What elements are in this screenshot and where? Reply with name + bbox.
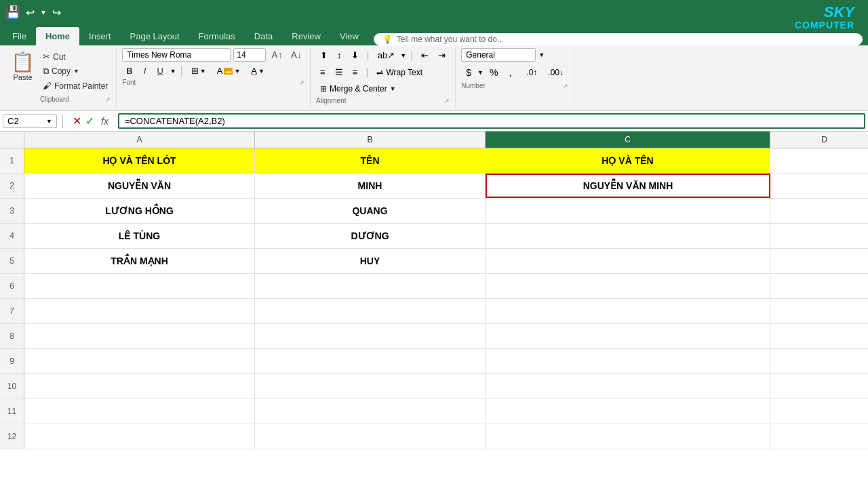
merge-dropdown-icon[interactable]: ▼ bbox=[390, 85, 396, 92]
cell-a10[interactable] bbox=[24, 374, 255, 399]
text-angle-dropdown-icon[interactable]: ▼ bbox=[400, 52, 406, 59]
undo-icon[interactable]: ↩ bbox=[26, 6, 35, 19]
cell-d6[interactable] bbox=[770, 274, 868, 298]
cell-a2[interactable]: NGUYỄN VĂN bbox=[24, 174, 255, 198]
row-num-6[interactable]: 6 bbox=[0, 274, 24, 298]
copy-dropdown-icon[interactable]: ▼ bbox=[73, 68, 79, 75]
font-size-increase-button[interactable]: A↑ bbox=[269, 48, 285, 62]
cell-b8[interactable] bbox=[255, 324, 486, 348]
row-num-7[interactable]: 7 bbox=[0, 299, 24, 323]
cell-b12[interactable] bbox=[255, 424, 486, 449]
bold-button[interactable]: B bbox=[122, 64, 136, 77]
undo-dropdown-icon[interactable]: ▼ bbox=[40, 9, 47, 16]
cell-a5[interactable]: TRẦN MẠNH bbox=[24, 249, 255, 273]
dollar-button[interactable]: $ bbox=[461, 64, 476, 81]
row-num-12[interactable]: 12 bbox=[0, 424, 24, 449]
save-icon[interactable]: 💾 bbox=[5, 5, 20, 20]
cell-a12[interactable] bbox=[24, 424, 255, 449]
cell-c2[interactable]: NGUYỄN VĂN MINH bbox=[486, 174, 770, 198]
cell-d1[interactable] bbox=[770, 148, 868, 173]
cell-b11[interactable] bbox=[255, 399, 486, 424]
cell-a3[interactable]: LƯƠNG HỒNG bbox=[24, 199, 255, 223]
align-right-button[interactable]: ≡ bbox=[349, 65, 362, 79]
align-middle-button[interactable]: ↕ bbox=[333, 48, 346, 62]
percent-button[interactable]: % bbox=[485, 64, 502, 81]
cell-d10[interactable] bbox=[770, 374, 868, 399]
font-expand-icon[interactable]: ↗ bbox=[299, 79, 304, 86]
name-box-dropdown-icon[interactable]: ▼ bbox=[46, 118, 52, 125]
fill-dropdown-icon[interactable]: ▼ bbox=[234, 68, 240, 75]
confirm-formula-icon[interactable]: ✓ bbox=[85, 115, 94, 127]
cell-d9[interactable] bbox=[770, 349, 868, 373]
redo-icon[interactable]: ↪ bbox=[52, 6, 61, 19]
cell-d11[interactable] bbox=[770, 399, 868, 424]
cell-a4[interactable]: LÊ TÙNG bbox=[24, 224, 255, 248]
cell-c7[interactable] bbox=[486, 299, 770, 323]
cell-b5[interactable]: HUY bbox=[255, 249, 486, 273]
cell-b9[interactable] bbox=[255, 349, 486, 373]
cell-d8[interactable] bbox=[770, 324, 868, 348]
cell-d2[interactable] bbox=[770, 174, 868, 198]
indent-increase-button[interactable]: ⇥ bbox=[434, 48, 450, 62]
decimal-increase-button[interactable]: .0↑ bbox=[521, 65, 542, 80]
row-num-1[interactable]: 1 bbox=[0, 148, 24, 173]
indent-decrease-button[interactable]: ⇤ bbox=[417, 48, 433, 62]
align-center-button[interactable]: ☰ bbox=[331, 65, 347, 79]
copy-button[interactable]: ⧉ Copy ▼ bbox=[40, 65, 111, 77]
cell-a7[interactable] bbox=[24, 299, 255, 323]
borders-button[interactable]: ⊞ ▼ bbox=[187, 64, 210, 77]
number-format-dropdown-icon[interactable]: ▼ bbox=[538, 52, 545, 58]
cell-d7[interactable] bbox=[770, 299, 868, 323]
underline-dropdown-icon[interactable]: ▼ bbox=[170, 68, 176, 75]
tab-review[interactable]: Review bbox=[282, 27, 330, 45]
cell-c1[interactable]: HỌ VÀ TÊN bbox=[486, 148, 770, 173]
wrap-text-button[interactable]: ⇌ Wrap Text bbox=[372, 66, 427, 79]
cell-b3[interactable]: QUANG bbox=[255, 199, 486, 223]
cell-c4[interactable] bbox=[486, 224, 770, 248]
italic-button[interactable]: I bbox=[140, 64, 151, 77]
cell-b1[interactable]: TÊN bbox=[255, 148, 486, 173]
row-num-5[interactable]: 5 bbox=[0, 249, 24, 273]
cell-b10[interactable] bbox=[255, 374, 486, 399]
font-size-decrease-button[interactable]: A↓ bbox=[288, 48, 304, 62]
cut-button[interactable]: ✂ Cut bbox=[40, 51, 111, 62]
name-box[interactable]: C2 ▼ bbox=[3, 114, 57, 128]
tab-file[interactable]: File bbox=[3, 27, 36, 45]
alignment-expand-icon[interactable]: ↗ bbox=[444, 98, 450, 104]
row-num-8[interactable]: 8 bbox=[0, 324, 24, 348]
col-header-b[interactable]: B bbox=[255, 131, 486, 148]
cell-c3[interactable] bbox=[486, 199, 770, 223]
underline-button[interactable]: U bbox=[153, 64, 167, 77]
cell-c9[interactable] bbox=[486, 349, 770, 373]
cell-b2[interactable]: MINH bbox=[255, 174, 486, 198]
row-num-2[interactable]: 2 bbox=[0, 174, 24, 198]
merge-center-button[interactable]: ⊞ Merge & Center ▼ bbox=[316, 82, 400, 96]
cell-a8[interactable] bbox=[24, 324, 255, 348]
tab-home[interactable]: Home bbox=[36, 27, 79, 45]
cell-d5[interactable] bbox=[770, 249, 868, 273]
col-header-c[interactable]: C bbox=[486, 131, 770, 148]
font-color-button[interactable]: A ▼ bbox=[247, 64, 269, 77]
cell-c5[interactable] bbox=[486, 249, 770, 273]
col-header-a[interactable]: A bbox=[24, 131, 255, 148]
comma-button[interactable]: , bbox=[504, 64, 516, 81]
cell-b7[interactable] bbox=[255, 299, 486, 323]
clipboard-expand-icon[interactable]: ↗ bbox=[105, 96, 111, 103]
cell-d4[interactable] bbox=[770, 224, 868, 248]
fill-color-button[interactable]: A ▬ ▼ bbox=[213, 64, 245, 77]
tab-data[interactable]: Data bbox=[245, 27, 282, 45]
align-left-button[interactable]: ≡ bbox=[316, 65, 330, 79]
number-expand-icon[interactable]: ↗ bbox=[563, 83, 568, 89]
align-bottom-button[interactable]: ⬇ bbox=[347, 48, 363, 62]
cell-b4[interactable]: DƯƠNG bbox=[255, 224, 486, 248]
row-num-9[interactable]: 9 bbox=[0, 349, 24, 373]
cell-b6[interactable] bbox=[255, 274, 486, 298]
dollar-dropdown-icon[interactable]: ▼ bbox=[477, 69, 484, 76]
row-num-4[interactable]: 4 bbox=[0, 224, 24, 248]
font-color-dropdown-icon[interactable]: ▼ bbox=[258, 68, 264, 75]
cell-a6[interactable] bbox=[24, 274, 255, 298]
cell-a9[interactable] bbox=[24, 349, 255, 373]
cell-c6[interactable] bbox=[486, 274, 770, 298]
decimal-decrease-button[interactable]: .00↓ bbox=[543, 65, 568, 80]
row-num-3[interactable]: 3 bbox=[0, 199, 24, 223]
